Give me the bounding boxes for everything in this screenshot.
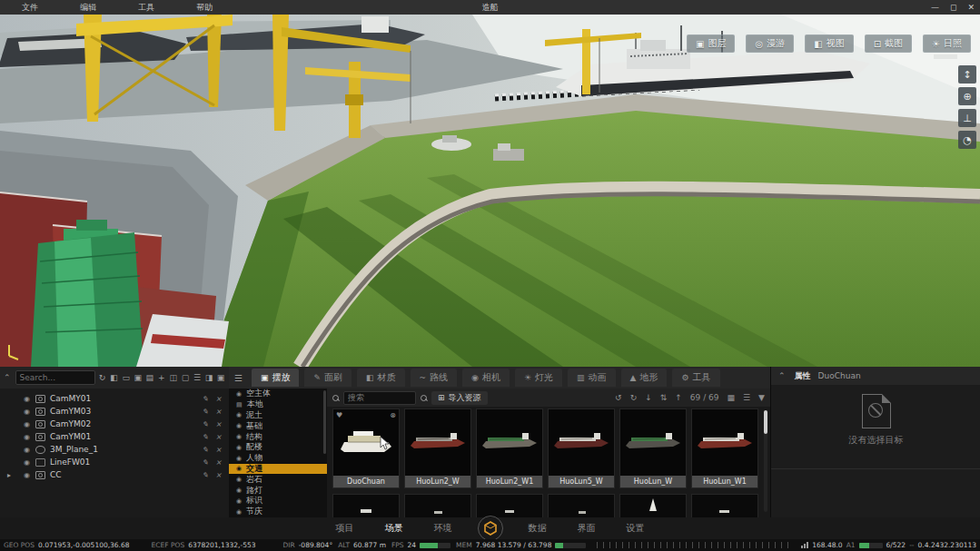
edit-icon[interactable]: ✎ xyxy=(203,446,209,454)
sort-asc-icon[interactable]: ↑ xyxy=(675,393,682,402)
visibility-eye-icon[interactable]: ◉ xyxy=(24,408,30,416)
maximize-icon[interactable]: ◻ xyxy=(950,3,956,12)
visibility-eye-icon[interactable]: ◉ xyxy=(24,471,30,479)
globe-tool-icon[interactable]: ⊕ xyxy=(958,87,976,105)
duplicate-icon[interactable]: ◫ xyxy=(169,371,178,384)
tree-row-3m-plane-1[interactable]: ◉ 3M_Plane_1 ✎× xyxy=(0,443,229,456)
delete-icon[interactable]: × xyxy=(215,420,222,428)
sunlight-button[interactable]: ☀ 日照 xyxy=(923,34,971,53)
edit-icon[interactable]: ✎ xyxy=(203,408,209,416)
visibility-eye-icon[interactable]: ◉ xyxy=(24,433,30,441)
delete-icon[interactable]: × xyxy=(215,433,222,441)
favorite-heart-icon[interactable]: ♥ xyxy=(336,411,342,419)
nav-environment[interactable]: 环境 xyxy=(434,522,452,535)
redo-icon[interactable]: ↻ xyxy=(630,393,638,402)
expand-caret-icon[interactable]: ▸ xyxy=(7,471,11,479)
tab-surface-brush[interactable]: ✎面刷 xyxy=(304,369,351,387)
visibility-eye-icon[interactable]: ◉ xyxy=(24,395,30,403)
pan-tool-icon[interactable]: ↕ xyxy=(958,65,976,84)
nav-project[interactable]: 项目 xyxy=(336,522,354,535)
edit-icon[interactable]: ✎ xyxy=(203,471,209,479)
sort-desc-icon[interactable]: ↓ xyxy=(645,393,652,402)
category-foundation[interactable]: ◉基础 xyxy=(229,420,327,431)
category-festival[interactable]: ◉节庆 xyxy=(229,507,327,517)
visibility-eye-icon[interactable]: ◉ xyxy=(24,420,30,428)
visibility-eye-icon[interactable]: ◉ xyxy=(24,446,30,454)
delete-icon[interactable]: × xyxy=(215,471,222,479)
delete-icon[interactable]: × xyxy=(215,446,222,454)
asset-search-input[interactable] xyxy=(343,391,416,405)
asset-tile-huolun2-w[interactable]: HuoLun2_W xyxy=(404,408,471,488)
minimize-icon[interactable]: — xyxy=(931,3,939,12)
tab-material[interactable]: ◧材质 xyxy=(357,369,405,387)
tab-animation[interactable]: ▥动画 xyxy=(568,369,616,387)
list-icon[interactable]: ☰ xyxy=(193,371,202,384)
app-logo[interactable] xyxy=(478,516,503,541)
menu-tools[interactable]: 工具 xyxy=(125,2,167,14)
category-street-lamps[interactable]: ◉路灯 xyxy=(229,485,327,496)
asset-tile-huolun5-w[interactable]: HuoLun5_W xyxy=(548,408,615,488)
tree-row-camym01[interactable]: ◉ CamYM01 ✎× xyxy=(0,430,229,443)
edit-icon[interactable]: ✎ xyxy=(203,458,209,467)
grid-view-icon[interactable]: ▦ xyxy=(727,393,735,402)
category-rocks[interactable]: ◉岩石 xyxy=(229,474,327,485)
tab-route[interactable]: ~路线 xyxy=(411,369,458,387)
category-signs[interactable]: ◉标识 xyxy=(229,496,327,507)
edit-icon[interactable]: ✎ xyxy=(203,395,209,403)
category-local[interactable]: ▤本地 xyxy=(229,399,327,410)
panel-toggle-icon[interactable]: ▣ xyxy=(216,371,225,384)
category-annex[interactable]: ◉配楼 xyxy=(229,442,327,453)
tab-camera[interactable]: ◉相机 xyxy=(462,369,510,387)
tree-row-cc[interactable]: ▸ ◉ CC ✎× xyxy=(0,468,229,481)
category-traffic[interactable]: ◉交通 xyxy=(229,464,327,475)
menu-file[interactable]: 文件 xyxy=(9,2,51,14)
category-people[interactable]: ◉人物 xyxy=(229,453,327,464)
layers-button[interactable]: ▣ 图层 xyxy=(687,34,735,53)
collapse-icon[interactable]: ▼ xyxy=(758,393,765,402)
edit-icon[interactable]: ✎ xyxy=(203,433,209,441)
sort-icon[interactable]: ⇅ xyxy=(660,393,668,402)
category-empty-body[interactable]: ◉空主体 xyxy=(229,389,327,399)
asset-tile-huolun2-w1[interactable]: HuoLun2_W1 xyxy=(476,408,543,488)
menu-help[interactable]: 帮助 xyxy=(183,2,225,14)
folder-open-icon[interactable]: ▤ xyxy=(145,371,154,384)
nav-interface[interactable]: 界面 xyxy=(578,522,596,535)
collapse-panel-icon[interactable]: ⌃ xyxy=(778,371,786,380)
roam-button[interactable]: ◎ 漫游 xyxy=(746,34,794,53)
axis-tool-icon[interactable]: ⊥ xyxy=(958,109,976,127)
asset-tile-huolun-w[interactable]: HuoLun_W xyxy=(619,408,687,488)
tab-place[interactable]: ▣摆放 xyxy=(252,369,300,387)
collapse-panel-icon[interactable]: ⌃ xyxy=(4,373,11,382)
screenshot-button[interactable]: ⊡ 截图 xyxy=(865,34,912,53)
asset-tile-partial[interactable] xyxy=(548,494,615,519)
asset-scrollbar[interactable] xyxy=(764,410,767,512)
asset-tile-partial[interactable] xyxy=(619,494,687,519)
refresh-icon[interactable]: ↻ xyxy=(98,371,107,384)
add-icon[interactable]: + xyxy=(157,371,166,384)
compass-tool-icon[interactable]: ◔ xyxy=(958,131,976,149)
asset-tile-partial[interactable] xyxy=(404,494,471,519)
rect-select-icon[interactable]: ▢ xyxy=(181,371,190,384)
tab-terrain[interactable]: ▲地形 xyxy=(621,369,668,387)
asset-tile-huolun-w1[interactable]: HuoLun_W1 xyxy=(691,408,758,488)
scene-search-input[interactable] xyxy=(15,370,95,385)
category-soil[interactable]: ◉泥土 xyxy=(229,410,327,421)
tree-row-camym02[interactable]: ◉ CamYM02 ✎× xyxy=(0,418,229,430)
nav-scene[interactable]: 场景 xyxy=(385,522,403,535)
category-structure[interactable]: ◉结构 xyxy=(229,431,327,442)
nav-data[interactable]: 数据 xyxy=(529,522,547,535)
select-icon[interactable]: ◧ xyxy=(110,371,119,384)
filter-icon[interactable]: ◨ xyxy=(204,371,213,384)
menu-edit[interactable]: 编辑 xyxy=(67,2,109,14)
delete-icon[interactable]: × xyxy=(215,408,222,416)
tree-row-camym03[interactable]: ◉ CamYM03 ✎× xyxy=(0,405,229,418)
frame-icon[interactable]: ▭ xyxy=(122,371,131,384)
visibility-eye-icon[interactable]: ◉ xyxy=(24,458,30,467)
close-icon[interactable]: ✕ xyxy=(967,3,975,12)
asset-tile-partial[interactable] xyxy=(332,494,400,519)
hamburger-icon[interactable]: ☰ xyxy=(234,373,243,383)
tree-row-cammy01[interactable]: ◉ CamMY01 ✎× xyxy=(0,392,229,405)
nav-settings[interactable]: 设置 xyxy=(627,522,645,535)
delete-icon[interactable]: × xyxy=(215,395,222,403)
viewport-3d-scene[interactable]: ▣ 图层 ◎ 漫游 ◧ 视图 ⊡ 截图 ☀ 日照 ↕ ⊕ ⊥ xyxy=(0,15,980,367)
